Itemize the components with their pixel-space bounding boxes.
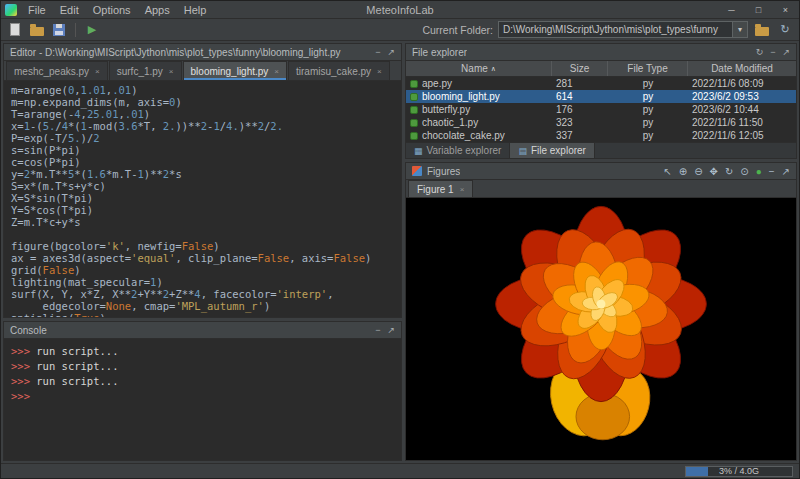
- maximize-button[interactable]: □: [745, 1, 772, 19]
- pan-icon[interactable]: ✥: [710, 166, 718, 177]
- new-file-button[interactable]: [6, 21, 24, 39]
- file-size-cell: 176: [552, 104, 608, 115]
- editor-tab-bar: meshc_peaks.py×surfc_1.py×blooming_light…: [4, 61, 401, 81]
- figure-tab-label: Figure 1: [417, 184, 454, 195]
- tab-label: meshc_peaks.py: [14, 66, 89, 77]
- code-line: ax = axes3d(aspect='equal', clip_plane=F…: [11, 252, 401, 264]
- code-line: m=arange(0,1.01,.01): [11, 84, 401, 96]
- save-button[interactable]: [50, 21, 68, 39]
- bottom-tab-label: File explorer: [531, 145, 586, 156]
- open-file-button[interactable]: [28, 21, 46, 39]
- python-file-icon: [410, 132, 418, 140]
- menu-options[interactable]: Options: [86, 4, 138, 16]
- file-name: ape.py: [422, 78, 452, 89]
- menu-help[interactable]: Help: [177, 4, 214, 16]
- figure-tab-close-icon[interactable]: ×: [460, 185, 465, 194]
- file-row[interactable]: blooming_light.py614py2023/6/2 09:53: [406, 90, 796, 103]
- pointer-icon[interactable]: ↖: [663, 166, 671, 177]
- main-area: Editor - D:\Working\MIScript\Jython\mis\…: [1, 41, 799, 463]
- float-icon[interactable]: ↗: [387, 47, 395, 57]
- close-button[interactable]: ×: [772, 1, 799, 19]
- figures-panel: Figures ↖⊕⊖✥↻⊙●−↗ Figure 1 ×: [405, 162, 797, 461]
- code-line: T=arange(-4,25.01,.01): [11, 108, 401, 120]
- collapse-icon[interactable]: −: [375, 47, 380, 57]
- file-name-cell: butterfly.py: [406, 104, 552, 115]
- console-prompt: >>>: [11, 345, 30, 357]
- zoom-in-icon[interactable]: ⊕: [679, 166, 687, 177]
- console-prompt: >>>: [11, 375, 30, 387]
- file-row[interactable]: chaotic_1.py323py2022/11/6 11:50: [406, 116, 796, 129]
- variable-explorer-icon: ▦: [414, 146, 423, 156]
- column-header-date[interactable]: Date Modified: [688, 61, 796, 76]
- column-header-type[interactable]: File Type: [608, 61, 688, 76]
- editor-tab-tiramisu_cake-py[interactable]: tiramisu_cake.py×: [288, 61, 390, 80]
- console-output[interactable]: >>> run script...>>> run script...>>> ru…: [4, 339, 401, 460]
- bottom-tab-file-explorer[interactable]: ▤File explorer: [510, 143, 595, 158]
- identify-icon[interactable]: ⊙: [740, 166, 748, 177]
- save-icon: [53, 24, 65, 36]
- editor-tab-meshc_peaks-py[interactable]: meshc_peaks.py×: [6, 61, 108, 80]
- console-title: Console: [10, 325, 47, 336]
- memory-fill-bar: [686, 467, 708, 476]
- collapse-icon[interactable]: −: [770, 47, 775, 57]
- file-type-cell: py: [608, 104, 688, 115]
- refresh-button[interactable]: ↻: [776, 21, 794, 39]
- tab-close-icon[interactable]: ×: [169, 67, 174, 76]
- column-label: Date Modified: [711, 63, 773, 74]
- console-panel: Console − ↗ >>> run script...>>> run scr…: [3, 321, 402, 461]
- float-icon[interactable]: ↗: [387, 325, 395, 335]
- file-row[interactable]: ape.py281py2022/11/6 08:09: [406, 77, 796, 90]
- refresh-icon[interactable]: ↻: [756, 47, 764, 57]
- window-controls: ─ □ ×: [718, 1, 799, 19]
- editor-tab-blooming_light-py[interactable]: blooming_light.py×: [183, 61, 288, 80]
- figure-canvas[interactable]: [406, 198, 796, 460]
- tab-label: blooming_light.py: [191, 66, 269, 77]
- python-file-icon: [410, 106, 418, 114]
- file-type-cell: py: [608, 91, 688, 102]
- console-line: >>> run script...: [11, 359, 394, 374]
- file-row[interactable]: butterfly.py176py2023/6/2 10:44: [406, 103, 796, 116]
- tab-close-icon[interactable]: ×: [95, 67, 100, 76]
- collapse-icon[interactable]: −: [375, 325, 380, 335]
- file-row[interactable]: chocolate_cake.py337py2022/11/6 12:05: [406, 129, 796, 142]
- figures-header: Figures ↖⊕⊖✥↻⊙●−↗: [406, 163, 796, 180]
- minimize-button[interactable]: ─: [718, 1, 745, 19]
- menu-items: FileEditOptionsAppsHelp: [21, 4, 213, 16]
- run-script-button[interactable]: ▶: [83, 21, 101, 39]
- current-folder-combobox[interactable]: D:\Working\MIScript\Jython\mis\plot_type…: [498, 21, 748, 38]
- left-column: Editor - D:\Working\MIScript\Jython\mis\…: [3, 43, 402, 461]
- editor-tab-surfc_1-py[interactable]: surfc_1.py×: [109, 61, 182, 80]
- right-column: File explorer ↻ − ↗ Name∧SizeFile TypeDa…: [405, 43, 797, 461]
- menu-edit[interactable]: Edit: [53, 4, 86, 16]
- menu-file[interactable]: File: [21, 4, 53, 16]
- python-file-icon: [410, 93, 418, 101]
- collapse-icon[interactable]: −: [769, 166, 775, 177]
- column-header-size[interactable]: Size: [552, 61, 608, 76]
- toolbar-right-group: Current Folder: D:\Working\MIScript\Jyth…: [422, 21, 794, 39]
- console-prompt: >>>: [11, 360, 30, 372]
- new-file-icon: [10, 23, 20, 36]
- code-line: s=sin(P*pi): [11, 144, 401, 156]
- column-header-name[interactable]: Name∧: [406, 61, 552, 76]
- zoom-out-icon[interactable]: ⊖: [694, 166, 702, 177]
- blooming-flower-plot: [445, 198, 757, 460]
- tab-close-icon[interactable]: ×: [274, 67, 279, 76]
- float-icon[interactable]: ↗: [782, 47, 790, 57]
- tab-close-icon[interactable]: ×: [377, 67, 382, 76]
- dropdown-arrow-icon[interactable]: ▾: [732, 22, 747, 37]
- menu-apps[interactable]: Apps: [138, 4, 177, 16]
- browse-folder-button[interactable]: [753, 21, 771, 39]
- animation-icon[interactable]: ●: [756, 166, 762, 177]
- code-editor[interactable]: m=arange(0,1.01,.01)m=np.expand_dims(m, …: [4, 81, 401, 317]
- file-name-cell: blooming_light.py: [406, 91, 552, 102]
- bottom-tab-variable-explorer[interactable]: ▦Variable explorer: [406, 143, 510, 158]
- file-table: ape.py281py2022/11/6 08:09blooming_light…: [406, 77, 796, 142]
- file-explorer-panel: File explorer ↻ − ↗ Name∧SizeFile TypeDa…: [405, 43, 797, 159]
- file-name: chaotic_1.py: [422, 117, 478, 128]
- figure-tab[interactable]: Figure 1 ×: [408, 180, 473, 197]
- column-label: Name: [461, 63, 488, 74]
- console-prompt: >>>: [11, 390, 30, 402]
- rotate-icon[interactable]: ↻: [725, 166, 733, 177]
- code-line: figure(bgcolor='k', newfig=False): [11, 240, 401, 252]
- float-icon[interactable]: ↗: [782, 166, 790, 177]
